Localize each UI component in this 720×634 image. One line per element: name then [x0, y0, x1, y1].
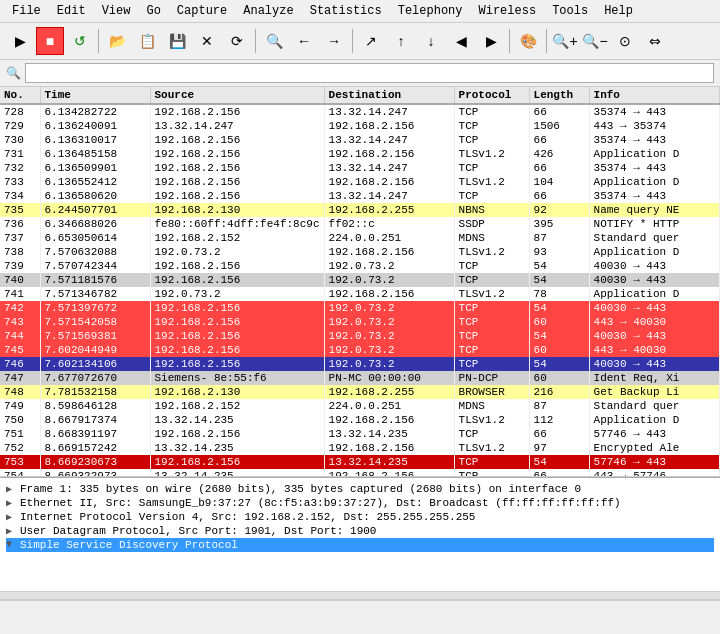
table-row[interactable]: 740 7.571181576 192.168.2.156 192.0.73.2…: [0, 273, 720, 287]
last-btn[interactable]: ▶: [477, 27, 505, 55]
menu-statistics[interactable]: Statistics: [302, 2, 390, 20]
table-row[interactable]: 733 6.136552412 192.168.2.156 192.168.2.…: [0, 175, 720, 189]
table-row[interactable]: 737 6.653050614 192.168.2.152 224.0.0.25…: [0, 231, 720, 245]
detail-text: Internet Protocol Version 4, Src: 192.16…: [20, 511, 475, 523]
resize-col-btn[interactable]: ⇔: [641, 27, 669, 55]
table-row[interactable]: 739 7.570742344 192.168.2.156 192.0.73.2…: [0, 259, 720, 273]
cell-dst: 192.168.2.156: [324, 147, 454, 161]
table-row[interactable]: 729 6.136240091 13.32.14.247 192.168.2.1…: [0, 119, 720, 133]
next-btn[interactable]: ↓: [417, 27, 445, 55]
goto-btn[interactable]: ↗: [357, 27, 385, 55]
cell-proto: TCP: [454, 455, 529, 469]
table-row[interactable]: 743 7.571542058 192.168.2.156 192.0.73.2…: [0, 315, 720, 329]
cell-info: 40030 → 443: [589, 301, 719, 315]
restart-capture-btn[interactable]: ↺: [66, 27, 94, 55]
cell-info: Application D: [589, 147, 719, 161]
cell-no: 732: [0, 161, 40, 175]
cell-dst: 192.168.2.255: [324, 203, 454, 217]
prev-btn[interactable]: ↑: [387, 27, 415, 55]
cell-src: 192.0.73.2: [150, 245, 324, 259]
cell-src: Siemens- 8e:55:f6: [150, 371, 324, 385]
find-btn[interactable]: 🔍: [260, 27, 288, 55]
table-row[interactable]: 754 8.669322973 13.32.14.235 192.168.2.1…: [0, 469, 720, 477]
cell-src: fe80::60ff:4dff:fe4f:8c9c: [150, 217, 324, 231]
table-row[interactable]: 736 6.346688026 fe80::60ff:4dff:fe4f:8c9…: [0, 217, 720, 231]
col-header-info: Info: [589, 87, 719, 104]
table-row[interactable]: 741 7.571346782 192.0.73.2 192.168.2.156…: [0, 287, 720, 301]
cell-info: Application D: [589, 175, 719, 189]
cell-proto: TLSv1.2: [454, 413, 529, 427]
forward-btn[interactable]: →: [320, 27, 348, 55]
zoom-out-btn[interactable]: 🔍−: [581, 27, 609, 55]
cell-info: 443 → 35374: [589, 119, 719, 133]
menu-capture[interactable]: Capture: [169, 2, 235, 20]
table-row[interactable]: 751 8.668391197 192.168.2.156 13.32.14.2…: [0, 427, 720, 441]
table-row[interactable]: 738 7.570632088 192.0.73.2 192.168.2.156…: [0, 245, 720, 259]
menu-wireless[interactable]: Wireless: [471, 2, 545, 20]
cell-info: Name query NE: [589, 203, 719, 217]
bottom-scrollbar[interactable]: [0, 592, 720, 600]
save-btn[interactable]: 💾: [163, 27, 191, 55]
cell-no: 738: [0, 245, 40, 259]
cell-src: 192.168.2.156: [150, 259, 324, 273]
table-row[interactable]: 749 8.598646128 192.168.2.152 224.0.0.25…: [0, 399, 720, 413]
menu-edit[interactable]: Edit: [49, 2, 94, 20]
cell-time: 8.598646128: [40, 399, 150, 413]
table-row[interactable]: 748 7.781532158 192.168.2.130 192.168.2.…: [0, 385, 720, 399]
zoom-in-btn[interactable]: 🔍+: [551, 27, 579, 55]
menu-analyze[interactable]: Analyze: [235, 2, 301, 20]
table-row[interactable]: 735 6.244507701 192.168.2.130 192.168.2.…: [0, 203, 720, 217]
cell-proto: TLSv1.2: [454, 175, 529, 189]
detail-item[interactable]: ▶Ethernet II, Src: SamsungE_b9:37:27 (8c…: [6, 496, 714, 510]
cell-info: Ident Req, Xi: [589, 371, 719, 385]
table-row[interactable]: 731 6.136485158 192.168.2.156 192.168.2.…: [0, 147, 720, 161]
table-row[interactable]: 750 8.667917374 13.32.14.235 192.168.2.1…: [0, 413, 720, 427]
sep3: [352, 29, 353, 53]
menu-help[interactable]: Help: [596, 2, 641, 20]
packet-list: No. Time Source Destination Protocol Len…: [0, 87, 720, 477]
open-btn[interactable]: 📂: [103, 27, 131, 55]
colorize-btn[interactable]: 🎨: [514, 27, 542, 55]
cell-dst: 192.0.73.2: [324, 357, 454, 371]
cell-proto: TCP: [454, 301, 529, 315]
detail-item[interactable]: ▼Simple Service Discovery Protocol: [6, 538, 714, 552]
table-row[interactable]: 752 8.669157242 13.32.14.235 192.168.2.1…: [0, 441, 720, 455]
cell-src: 192.168.2.130: [150, 203, 324, 217]
start-capture-btn[interactable]: ▶: [6, 27, 34, 55]
reload-btn[interactable]: ⟳: [223, 27, 251, 55]
filter-input[interactable]: [25, 63, 714, 83]
table-row[interactable]: 742 7.571397672 192.168.2.156 192.0.73.2…: [0, 301, 720, 315]
first-btn[interactable]: ◀: [447, 27, 475, 55]
table-row[interactable]: 746 7.602134106 192.168.2.156 192.0.73.2…: [0, 357, 720, 371]
back-btn[interactable]: ←: [290, 27, 318, 55]
detail-text: Simple Service Discovery Protocol: [20, 539, 238, 551]
stop-capture-btn[interactable]: ■: [36, 27, 64, 55]
table-row[interactable]: 747 7.677072670 Siemens- 8e:55:f6 PN-MC …: [0, 371, 720, 385]
cell-dst: 192.0.73.2: [324, 273, 454, 287]
detail-arrow: ▶: [6, 511, 20, 523]
detail-text: User Datagram Protocol, Src Port: 1901, …: [20, 525, 376, 537]
menu-telephony[interactable]: Telephony: [390, 2, 471, 20]
menu-tools[interactable]: Tools: [544, 2, 596, 20]
cell-src: 13.32.14.247: [150, 119, 324, 133]
table-row[interactable]: 744 7.571569381 192.168.2.156 192.0.73.2…: [0, 329, 720, 343]
open-recent-btn[interactable]: 📋: [133, 27, 161, 55]
table-row[interactable]: 745 7.602044949 192.168.2.156 192.0.73.2…: [0, 343, 720, 357]
detail-item[interactable]: ▶User Datagram Protocol, Src Port: 1901,…: [6, 524, 714, 538]
table-row[interactable]: 728 6.134282722 192.168.2.156 13.32.14.2…: [0, 104, 720, 119]
cell-proto: TCP: [454, 259, 529, 273]
cell-dst: 192.168.2.156: [324, 245, 454, 259]
close-btn[interactable]: ✕: [193, 27, 221, 55]
table-row[interactable]: 732 6.136509901 192.168.2.156 13.32.14.2…: [0, 161, 720, 175]
cell-info: 443 → 57746: [589, 469, 719, 477]
table-row[interactable]: 734 6.136580620 192.168.2.156 13.32.14.2…: [0, 189, 720, 203]
table-row[interactable]: 753 8.669230673 192.168.2.156 13.32.14.2…: [0, 455, 720, 469]
menu-file[interactable]: File: [4, 2, 49, 20]
menu-view[interactable]: View: [94, 2, 139, 20]
cell-dst: 192.0.73.2: [324, 343, 454, 357]
table-row[interactable]: 730 6.136310017 192.168.2.156 13.32.14.2…: [0, 133, 720, 147]
zoom-reset-btn[interactable]: ⊙: [611, 27, 639, 55]
menu-go[interactable]: Go: [138, 2, 168, 20]
detail-item[interactable]: ▶Internet Protocol Version 4, Src: 192.1…: [6, 510, 714, 524]
detail-item[interactable]: ▶Frame 1: 335 bytes on wire (2680 bits),…: [6, 482, 714, 496]
